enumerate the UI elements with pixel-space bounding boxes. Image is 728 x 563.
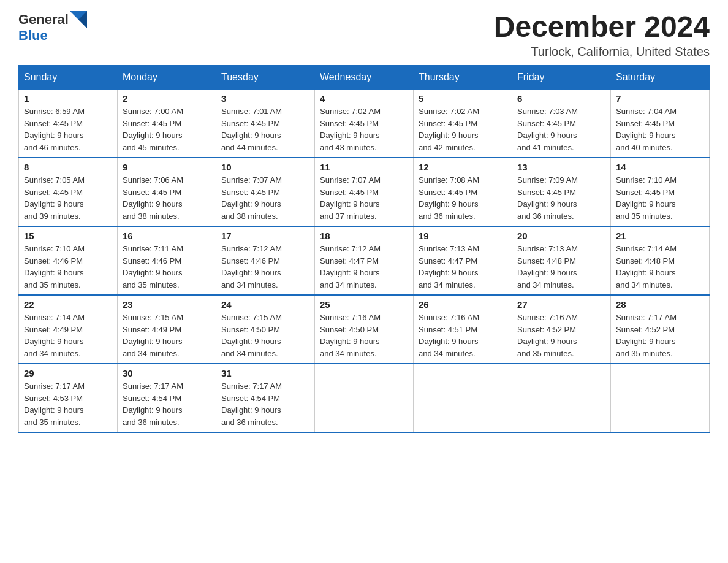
day-info: Sunrise: 7:07 AM Sunset: 4:45 PM Dayligh… bbox=[221, 174, 309, 222]
day-number: 29 bbox=[24, 368, 112, 378]
table-row: 17 Sunrise: 7:12 AM Sunset: 4:46 PM Dayl… bbox=[216, 226, 315, 295]
table-row: 19 Sunrise: 7:13 AM Sunset: 4:47 PM Dayl… bbox=[414, 226, 512, 295]
day-number: 20 bbox=[517, 231, 605, 241]
day-number: 28 bbox=[616, 299, 704, 310]
day-info: Sunrise: 7:14 AM Sunset: 4:49 PM Dayligh… bbox=[24, 312, 112, 359]
col-friday: Friday bbox=[512, 66, 611, 90]
table-row: 23 Sunrise: 7:15 AM Sunset: 4:49 PM Dayl… bbox=[118, 295, 216, 364]
day-info: Sunrise: 6:59 AM Sunset: 4:45 PM Dayligh… bbox=[24, 105, 112, 153]
table-row: 9 Sunrise: 7:06 AM Sunset: 4:45 PM Dayli… bbox=[118, 158, 216, 226]
day-info: Sunrise: 7:02 AM Sunset: 4:45 PM Dayligh… bbox=[320, 105, 408, 153]
day-info: Sunrise: 7:10 AM Sunset: 4:46 PM Dayligh… bbox=[24, 243, 112, 291]
table-row: 21 Sunrise: 7:14 AM Sunset: 4:48 PM Dayl… bbox=[611, 226, 710, 295]
calendar-week-row: 8 Sunrise: 7:05 AM Sunset: 4:45 PM Dayli… bbox=[19, 158, 710, 226]
day-info: Sunrise: 7:07 AM Sunset: 4:45 PM Dayligh… bbox=[320, 174, 408, 222]
table-row: 16 Sunrise: 7:11 AM Sunset: 4:46 PM Dayl… bbox=[118, 226, 216, 295]
title-section: December 2024 Turlock, California, Unite… bbox=[494, 12, 710, 59]
table-row bbox=[512, 364, 611, 432]
day-info: Sunrise: 7:14 AM Sunset: 4:48 PM Dayligh… bbox=[616, 243, 704, 291]
calendar-week-row: 15 Sunrise: 7:10 AM Sunset: 4:46 PM Dayl… bbox=[19, 226, 710, 295]
day-number: 24 bbox=[221, 299, 309, 310]
day-info: Sunrise: 7:12 AM Sunset: 4:46 PM Dayligh… bbox=[221, 243, 309, 291]
day-number: 11 bbox=[320, 162, 408, 172]
table-row: 8 Sunrise: 7:05 AM Sunset: 4:45 PM Dayli… bbox=[19, 158, 118, 226]
day-number: 30 bbox=[123, 368, 211, 378]
table-row: 10 Sunrise: 7:07 AM Sunset: 4:45 PM Dayl… bbox=[216, 158, 315, 226]
calendar-table: Sunday Monday Tuesday Wednesday Thursday… bbox=[18, 65, 710, 433]
col-thursday: Thursday bbox=[414, 66, 512, 90]
day-number: 14 bbox=[616, 162, 704, 172]
table-row: 24 Sunrise: 7:15 AM Sunset: 4:50 PM Dayl… bbox=[216, 295, 315, 364]
day-number: 5 bbox=[419, 93, 507, 104]
table-row bbox=[315, 364, 414, 432]
day-info: Sunrise: 7:13 AM Sunset: 4:48 PM Dayligh… bbox=[517, 243, 605, 291]
table-row bbox=[414, 364, 512, 432]
col-sunday: Sunday bbox=[19, 66, 118, 90]
table-row: 5 Sunrise: 7:02 AM Sunset: 4:45 PM Dayli… bbox=[414, 90, 512, 158]
table-row: 29 Sunrise: 7:17 AM Sunset: 4:53 PM Dayl… bbox=[19, 364, 118, 432]
day-number: 2 bbox=[123, 93, 211, 104]
day-info: Sunrise: 7:15 AM Sunset: 4:49 PM Dayligh… bbox=[123, 312, 211, 359]
table-row: 31 Sunrise: 7:17 AM Sunset: 4:54 PM Dayl… bbox=[216, 364, 315, 432]
day-number: 16 bbox=[123, 231, 211, 241]
day-number: 15 bbox=[24, 231, 112, 241]
table-row: 15 Sunrise: 7:10 AM Sunset: 4:46 PM Dayl… bbox=[19, 226, 118, 295]
col-saturday: Saturday bbox=[611, 66, 710, 90]
table-row: 25 Sunrise: 7:16 AM Sunset: 4:50 PM Dayl… bbox=[315, 295, 414, 364]
day-info: Sunrise: 7:01 AM Sunset: 4:45 PM Dayligh… bbox=[221, 105, 309, 153]
day-number: 22 bbox=[24, 299, 112, 310]
table-row: 1 Sunrise: 6:59 AM Sunset: 4:45 PM Dayli… bbox=[19, 90, 118, 158]
day-info: Sunrise: 7:04 AM Sunset: 4:45 PM Dayligh… bbox=[616, 105, 704, 153]
day-info: Sunrise: 7:16 AM Sunset: 4:52 PM Dayligh… bbox=[517, 312, 605, 359]
table-row: 27 Sunrise: 7:16 AM Sunset: 4:52 PM Dayl… bbox=[512, 295, 611, 364]
day-number: 25 bbox=[320, 299, 408, 310]
day-info: Sunrise: 7:17 AM Sunset: 4:52 PM Dayligh… bbox=[616, 312, 704, 359]
day-number: 7 bbox=[616, 93, 704, 104]
day-info: Sunrise: 7:13 AM Sunset: 4:47 PM Dayligh… bbox=[419, 243, 507, 291]
table-row: 2 Sunrise: 7:00 AM Sunset: 4:45 PM Dayli… bbox=[118, 90, 216, 158]
table-row: 7 Sunrise: 7:04 AM Sunset: 4:45 PM Dayli… bbox=[611, 90, 710, 158]
table-row: 6 Sunrise: 7:03 AM Sunset: 4:45 PM Dayli… bbox=[512, 90, 611, 158]
table-row: 28 Sunrise: 7:17 AM Sunset: 4:52 PM Dayl… bbox=[611, 295, 710, 364]
col-tuesday: Tuesday bbox=[216, 66, 315, 90]
table-row: 11 Sunrise: 7:07 AM Sunset: 4:45 PM Dayl… bbox=[315, 158, 414, 226]
day-number: 3 bbox=[221, 93, 309, 104]
col-monday: Monday bbox=[118, 66, 216, 90]
day-info: Sunrise: 7:08 AM Sunset: 4:45 PM Dayligh… bbox=[419, 174, 507, 222]
logo-blue-text: Blue bbox=[18, 28, 48, 43]
calendar-week-row: 1 Sunrise: 6:59 AM Sunset: 4:45 PM Dayli… bbox=[19, 90, 710, 158]
day-number: 31 bbox=[221, 368, 309, 378]
day-number: 4 bbox=[320, 93, 408, 104]
location-text: Turlock, California, United States bbox=[494, 45, 710, 59]
day-info: Sunrise: 7:16 AM Sunset: 4:51 PM Dayligh… bbox=[419, 312, 507, 359]
table-row: 18 Sunrise: 7:12 AM Sunset: 4:47 PM Dayl… bbox=[315, 226, 414, 295]
day-info: Sunrise: 7:17 AM Sunset: 4:54 PM Dayligh… bbox=[221, 380, 309, 428]
day-number: 10 bbox=[221, 162, 309, 172]
day-info: Sunrise: 7:17 AM Sunset: 4:53 PM Dayligh… bbox=[24, 380, 112, 428]
day-info: Sunrise: 7:11 AM Sunset: 4:46 PM Dayligh… bbox=[123, 243, 211, 291]
day-info: Sunrise: 7:12 AM Sunset: 4:47 PM Dayligh… bbox=[320, 243, 408, 291]
day-info: Sunrise: 7:16 AM Sunset: 4:50 PM Dayligh… bbox=[320, 312, 408, 359]
table-row: 3 Sunrise: 7:01 AM Sunset: 4:45 PM Dayli… bbox=[216, 90, 315, 158]
day-number: 26 bbox=[419, 299, 507, 310]
table-row: 4 Sunrise: 7:02 AM Sunset: 4:45 PM Dayli… bbox=[315, 90, 414, 158]
day-number: 27 bbox=[517, 299, 605, 310]
day-number: 18 bbox=[320, 231, 408, 241]
logo-text: General Blue bbox=[18, 12, 87, 43]
day-number: 23 bbox=[123, 299, 211, 310]
day-info: Sunrise: 7:00 AM Sunset: 4:45 PM Dayligh… bbox=[123, 105, 211, 153]
day-info: Sunrise: 7:02 AM Sunset: 4:45 PM Dayligh… bbox=[419, 105, 507, 153]
table-row: 22 Sunrise: 7:14 AM Sunset: 4:49 PM Dayl… bbox=[19, 295, 118, 364]
calendar-header-row: Sunday Monday Tuesday Wednesday Thursday… bbox=[19, 66, 710, 90]
table-row bbox=[611, 364, 710, 432]
day-info: Sunrise: 7:03 AM Sunset: 4:45 PM Dayligh… bbox=[517, 105, 605, 153]
table-row: 30 Sunrise: 7:17 AM Sunset: 4:54 PM Dayl… bbox=[118, 364, 216, 432]
day-info: Sunrise: 7:09 AM Sunset: 4:45 PM Dayligh… bbox=[517, 174, 605, 222]
page-header: General Blue December 2024 Turlock, Cali… bbox=[18, 12, 710, 59]
day-number: 1 bbox=[24, 93, 112, 104]
table-row: 13 Sunrise: 7:09 AM Sunset: 4:45 PM Dayl… bbox=[512, 158, 611, 226]
day-number: 21 bbox=[616, 231, 704, 241]
day-info: Sunrise: 7:10 AM Sunset: 4:45 PM Dayligh… bbox=[616, 174, 704, 222]
day-info: Sunrise: 7:06 AM Sunset: 4:45 PM Dayligh… bbox=[123, 174, 211, 222]
day-number: 19 bbox=[419, 231, 507, 241]
